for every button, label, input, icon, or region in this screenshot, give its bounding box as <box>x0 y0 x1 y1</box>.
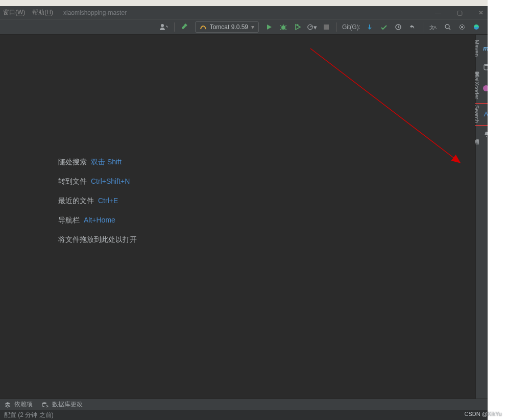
svg-point-3 <box>204 26 205 27</box>
hint-gotofile-label: 转到文件 <box>58 177 87 185</box>
vcs-history-icon[interactable] <box>393 22 403 32</box>
editor-area[interactable]: 随处搜索双击 Shift 转到文件Ctrl+Shift+N 最近的文件Ctrl+… <box>0 35 475 399</box>
svg-point-4 <box>281 26 285 30</box>
empty-hints: 随处搜索双击 Shift 转到文件Ctrl+Shift+N 最近的文件Ctrl+… <box>58 152 137 249</box>
hint-search-label: 随处搜索 <box>58 158 87 166</box>
hint-search-key: 双击 Shift <box>91 158 122 166</box>
stop-icon[interactable] <box>321 22 331 32</box>
db-sync-icon <box>42 401 49 408</box>
status-db-update-label: 数据库更改 <box>52 400 83 409</box>
separator <box>423 22 423 32</box>
page-margin <box>488 0 507 420</box>
menu-window-label: 窗口 <box>3 9 15 16</box>
tomcat-icon <box>200 23 207 31</box>
search-icon[interactable] <box>443 22 453 32</box>
vcs-commit-icon[interactable] <box>379 22 389 32</box>
status-dependencies-label: 依赖项 <box>14 400 33 409</box>
vcs-label: Git(G): <box>342 23 360 31</box>
right-tool-strip: m Maven 数据库 aiXcoder Search <box>475 35 488 399</box>
hint-navbar-label: 导航栏 <box>58 216 80 224</box>
hint-navbar-key: Alt+Home <box>84 216 115 224</box>
layers-icon <box>4 401 11 408</box>
svg-point-0 <box>161 24 164 27</box>
titlebar: 窗口(W) 帮助(H) xiaomishopping-master — ▢ ✕ <box>0 6 488 19</box>
minimize-icon[interactable]: — <box>434 9 442 16</box>
status-dependencies[interactable]: 依赖项 <box>4 400 33 409</box>
run-icon[interactable] <box>264 22 274 32</box>
top-border <box>0 0 488 6</box>
status-bar-2: 配置 (2 分钟 之前) <box>0 410 488 420</box>
svg-point-14 <box>486 136 487 137</box>
jetbrains-space-icon[interactable] <box>471 22 481 32</box>
status-bar: 依赖项 数据库更改 <box>0 399 488 410</box>
menu-help-hotkey: H <box>46 9 51 16</box>
hammer-build-icon[interactable] <box>180 22 190 32</box>
run-configuration[interactable]: Tomcat 9.0.59 ▾ <box>195 21 259 33</box>
menu-help[interactable]: 帮助(H) <box>32 8 53 17</box>
svg-point-10 <box>445 24 449 29</box>
debug-icon[interactable] <box>278 22 288 32</box>
run-configuration-label: Tomcat 9.0.59 <box>210 23 248 31</box>
status-db-update[interactable]: 数据库更改 <box>42 400 83 409</box>
coverage-icon[interactable] <box>293 22 303 32</box>
svg-point-11 <box>461 26 463 28</box>
svg-rect-6 <box>324 24 329 30</box>
menu-window[interactable]: 窗口(W) <box>3 8 25 17</box>
svg-text:A: A <box>433 25 437 30</box>
menu-help-label: 帮助 <box>32 9 44 16</box>
translate-icon[interactable]: 文A <box>428 22 439 32</box>
config-info: 配置 (2 分钟 之前) <box>4 411 54 419</box>
toolbar: Tomcat 9.0.59 ▾ ▾ Git(G): <box>0 19 488 35</box>
profiler-icon[interactable]: ▾ <box>307 22 317 32</box>
hint-recent-key: Ctrl+E <box>98 196 118 205</box>
svg-point-15 <box>42 402 46 404</box>
vcs-update-icon[interactable] <box>365 22 375 32</box>
project-title: xiaomishopping-master <box>63 9 127 16</box>
separator <box>336 22 337 32</box>
maximize-icon[interactable]: ▢ <box>456 9 463 16</box>
hint-drop-label: 将文件拖放到此处以打开 <box>58 235 137 243</box>
svg-point-2 <box>202 26 203 27</box>
user-dropdown-icon[interactable] <box>159 22 169 32</box>
chevron-down-icon: ▾ <box>251 23 254 31</box>
hint-gotofile-key: Ctrl+Shift+N <box>91 177 130 185</box>
menu-window-hotkey: W <box>17 9 23 16</box>
settings-icon[interactable] <box>457 22 467 32</box>
separator <box>174 22 175 32</box>
vcs-rollback-icon[interactable] <box>407 22 418 32</box>
close-icon[interactable]: ✕ <box>477 9 485 16</box>
hint-recent-label: 最近的文件 <box>58 196 94 205</box>
